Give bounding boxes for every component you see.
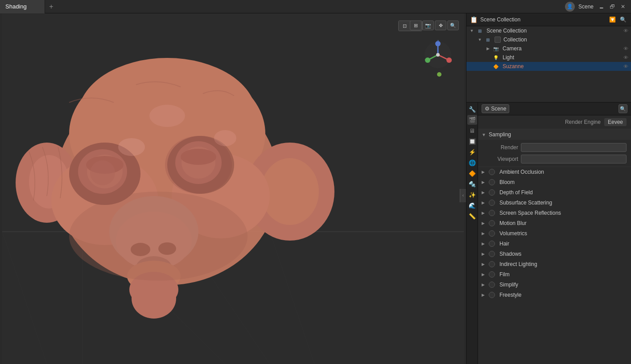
obj-name-camera: Camera [503, 45, 622, 52]
sub-section-arrow: ▶ [482, 180, 486, 184]
sub-section-header-indirect-lighting[interactable]: ▶ Indirect Lighting [478, 259, 631, 269]
prop-icon-render[interactable]: 🎬 [467, 115, 477, 125]
sub-section-title: Film [499, 271, 510, 278]
view-pan-btn[interactable]: ✥ [435, 20, 446, 30]
outliner-item-collection[interactable]: ▼⊞Collection [466, 35, 631, 44]
prop-icon-tools[interactable]: 🔧 [467, 104, 477, 114]
sub-section-arrow: ▶ [482, 170, 486, 174]
sub-section-depth-of-field: ▶ Depth of Field [478, 188, 631, 198]
viewport-label: Viewport [483, 156, 518, 162]
section-toggle[interactable] [489, 261, 495, 267]
tree-arrow: ▼ [477, 37, 483, 42]
view-zoom-btn[interactable]: 🔍 [447, 20, 459, 30]
sub-section-motion-blur: ▶ Motion Blur [478, 218, 631, 229]
section-sampling-header[interactable]: ▼ Sampling [478, 129, 631, 140]
sub-section-title: Freestyle [499, 292, 521, 298]
outliner-item-light[interactable]: 💡Light👁 [466, 53, 631, 62]
outliner-item-camera[interactable]: ▶📷Camera👁 [466, 44, 631, 53]
close-button[interactable]: ✕ [619, 2, 627, 11]
prop-icon-particles[interactable]: ✨ [467, 190, 477, 200]
section-toggle[interactable] [489, 292, 495, 298]
sub-section-header-shadows[interactable]: ▶ Shadows [478, 249, 631, 259]
sub-section-header-freestyle[interactable]: ▶ Freestyle [478, 290, 631, 300]
tree-arrow: ▼ [469, 28, 474, 33]
section-toggle[interactable] [489, 189, 495, 196]
prop-icon-scene[interactable]: ⚡ [467, 147, 477, 157]
add-tab-button[interactable]: + [45, 0, 58, 13]
prop-icon-output[interactable]: 🖥 [467, 126, 477, 135]
prop-icon-viewlayer[interactable]: 🔲 [467, 136, 477, 146]
prop-icon-constraints[interactable]: 📏 [467, 211, 477, 221]
viewport-3d[interactable]: ◉ ▾ 🟤 ▾ ⊡ ▾ [0, 13, 466, 364]
section-toggle[interactable] [489, 220, 495, 226]
sub-section-title: Hair [499, 241, 509, 247]
overlay-btn[interactable]: ⊡ [399, 21, 410, 31]
outliner-title: Scene Collection [480, 16, 520, 23]
render-engine-select[interactable]: Eevee [604, 118, 627, 126]
svg-text:Z: Z [437, 39, 439, 43]
window-controls: 🗕 🗗 ✕ [597, 2, 627, 11]
outliner-filter-btn[interactable]: 🔽 [608, 15, 617, 24]
sampling-content: Render Viewport [478, 140, 631, 167]
maximize-button[interactable]: 🗗 [608, 2, 617, 11]
workspace-tab-shading[interactable]: Shading [0, 0, 45, 13]
sub-section-arrow: ▶ [482, 190, 486, 195]
view-camera-btn[interactable]: 📷 [422, 20, 434, 30]
outliner-item-scene-collection[interactable]: ▼⊞Scene Collection👁 [466, 26, 631, 35]
user-icon[interactable]: 👤 [565, 2, 575, 12]
svg-point-8 [437, 72, 441, 77]
section-toggle[interactable] [489, 179, 495, 185]
outliner-search-btn[interactable]: 🔍 [619, 15, 627, 24]
visibility-eye-icon[interactable]: 👁 [623, 55, 628, 60]
visibility-eye-icon[interactable]: 👁 [623, 28, 628, 33]
section-sampling: ▼ Sampling Render Viewport [478, 129, 631, 167]
section-toggle[interactable] [489, 271, 495, 278]
visibility-eye-icon[interactable]: 👁 [623, 46, 628, 51]
sub-section-bloom: ▶ Bloom [478, 177, 631, 188]
sub-section-header-simplify[interactable]: ▶ Simplify [478, 280, 631, 290]
sub-section-header-bloom[interactable]: ▶ Bloom [478, 177, 631, 187]
prop-icon-world[interactable]: 🌐 [467, 158, 477, 168]
top-right: 👤 Scene 🗕 🗗 ✕ [565, 2, 631, 12]
sub-section-header-film[interactable]: ▶ Film [478, 270, 631, 279]
sub-section-title: Shadows [499, 251, 521, 257]
section-toggle[interactable] [489, 230, 495, 237]
prop-icon-modifiers[interactable]: 🔩 [467, 179, 477, 189]
section-sampling-arrow: ▼ [482, 132, 487, 137]
sub-section-header-screen-space-reflections[interactable]: ▶ Screen Space Reflections [478, 208, 631, 218]
svg-point-52 [436, 53, 440, 57]
collapse-right-button[interactable]: ‹ [460, 189, 466, 202]
render-samples-input[interactable] [521, 143, 627, 152]
prop-icon-object[interactable]: 🔶 [467, 168, 477, 178]
sub-section-header-volumetrics[interactable]: ▶ Volumetrics [478, 229, 631, 238]
section-toggle[interactable] [489, 241, 495, 247]
sub-section-title: Depth of Field [499, 189, 533, 196]
svg-point-35 [132, 278, 176, 319]
properties-header-select[interactable]: ⚙ Scene [482, 104, 509, 113]
sub-section-header-hair[interactable]: ▶ Hair [478, 239, 631, 249]
outliner-item-suzanne[interactable]: 🔶Suzanne👁 [466, 62, 631, 71]
sub-section-header-depth-of-field[interactable]: ▶ Depth of Field [478, 188, 631, 197]
sub-section-title: Simplify [499, 282, 518, 288]
obj-icon-camera: 📷 [492, 45, 499, 52]
svg-point-15 [261, 158, 319, 225]
sub-section-arrow: ▶ [482, 241, 486, 246]
section-toggle[interactable] [489, 251, 495, 257]
view-perspective-btn[interactable]: ⊞ [410, 20, 421, 30]
sub-section-header-ambient-occlusion[interactable]: ▶ Ambient Occlusion [478, 167, 631, 177]
prop-icon-physics[interactable]: 🌊 [467, 200, 477, 210]
section-toggle[interactable] [489, 169, 495, 175]
obj-icon-light: 💡 [492, 54, 499, 61]
sub-section-header-subsurface-scattering[interactable]: ▶ Subsurface Scattering [478, 198, 631, 208]
section-toggle[interactable] [489, 282, 495, 288]
render-engine-label: Render Engine [565, 119, 601, 125]
section-toggle[interactable] [489, 210, 495, 216]
sub-section-header-motion-blur[interactable]: ▶ Motion Blur [478, 218, 631, 228]
minimize-button[interactable]: 🗕 [597, 2, 606, 11]
properties-search-btn[interactable]: 🔍 [619, 104, 627, 113]
visibility-eye-icon[interactable]: 👁 [623, 64, 628, 69]
viewport-gizmo[interactable]: Z X Y [422, 39, 454, 72]
sub-section-arrow: ▶ [482, 293, 486, 297]
viewport-samples-input[interactable] [521, 155, 627, 164]
section-toggle[interactable] [489, 200, 495, 206]
